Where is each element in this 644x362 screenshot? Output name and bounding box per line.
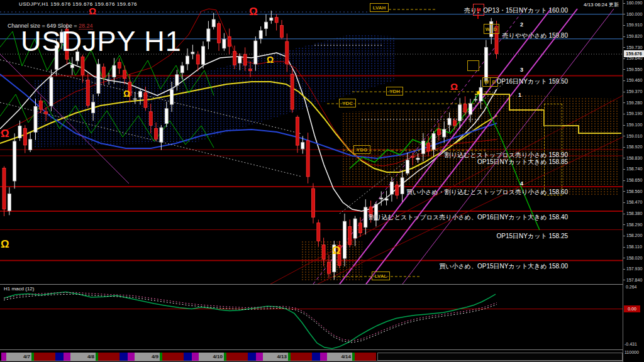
macd-plot[interactable] — [0, 284, 623, 349]
time-strip-segment — [162, 353, 184, 361]
time-strip-segment — [320, 353, 327, 361]
date-label: 4/14 — [341, 354, 351, 359]
time-strip-segment: 4/13 — [263, 353, 288, 361]
time-strip-segment — [248, 353, 256, 361]
time-strip-segment — [1, 353, 6, 361]
current-price-tag: 159.676 — [624, 50, 644, 57]
candle-body — [343, 221, 346, 258]
candle-body — [155, 128, 158, 139]
macd-signal2-line — [4, 292, 497, 341]
date-label: 4/9 — [152, 354, 158, 359]
price-tick-label: 158.470 — [623, 200, 644, 204]
candle-body — [358, 223, 362, 233]
candle-body — [291, 74, 294, 109]
candle-body — [469, 104, 472, 114]
candle-body — [437, 129, 440, 134]
candle-body — [29, 140, 32, 150]
time-strip-segment — [226, 353, 248, 361]
top-bar: USDJPY,H1 159.676 159.676 159.676 159.67… — [0, 0, 644, 8]
candle-body — [196, 55, 199, 64]
price-tick-label: 159.910 — [623, 23, 644, 27]
candle-body — [254, 41, 257, 64]
candle-body — [270, 18, 273, 20]
candle-body — [113, 65, 116, 77]
price-tick-label: 158.200 — [623, 233, 644, 238]
candle-body — [306, 141, 309, 177]
candle-body — [223, 40, 226, 48]
chart-title: USDJPY H1 — [21, 25, 182, 58]
time-strip-segment: 4/14 — [327, 353, 352, 361]
time-strip-segment: 4/8 — [70, 353, 96, 361]
candle-body — [139, 91, 142, 97]
candle-body — [317, 223, 320, 241]
macd-label: H1 macd (12) — [4, 286, 34, 292]
candle-body — [186, 56, 189, 64]
price-tick-label: 159.370 — [623, 89, 644, 94]
candle-body — [170, 89, 174, 104]
candle-body — [327, 262, 330, 273]
candle-body — [474, 99, 477, 100]
macd-zero-tag: 0.00 — [624, 305, 640, 312]
candle-body — [353, 219, 357, 238]
candle-body — [243, 55, 247, 65]
price-tick-label: 158.380 — [623, 211, 644, 216]
time-strip-segment — [98, 353, 119, 361]
time-strip-segment: 4/9 — [135, 353, 160, 361]
candle-body — [338, 246, 341, 266]
candle-body — [160, 128, 163, 142]
bottom-corner-label: 110000 — [625, 350, 639, 354]
window-bottom-line — [0, 361, 623, 361]
candle-body — [490, 21, 493, 36]
candle-body — [401, 178, 404, 194]
candle-body — [39, 101, 42, 109]
time-strip-empty — [377, 353, 623, 361]
price-tick-label: 159.550 — [623, 67, 644, 72]
date-label: 4/10 — [213, 354, 223, 359]
price-tick-label: 158.650 — [623, 178, 644, 182]
price-axis[interactable]: 160.090160.000159.910159.820159.730159.6… — [623, 0, 644, 362]
price-tick-label: 159.190 — [623, 111, 644, 116]
price-tick-label: 158.920 — [623, 145, 644, 149]
price-tick-label: 158.740 — [623, 167, 644, 171]
price-tick-label: 159.010 — [623, 134, 644, 138]
candle-body — [322, 245, 325, 259]
macd-signal-line — [4, 294, 497, 343]
price-tick-label: 160.090 — [623, 1, 644, 5]
candle-body — [453, 121, 456, 126]
candle-body — [280, 26, 283, 38]
price-tick-label: 157.930 — [623, 266, 644, 271]
time-strip-segment — [312, 353, 320, 361]
price-tick-label: 159.280 — [623, 101, 644, 105]
price-tick-label: 158.290 — [623, 222, 644, 227]
time-strip-segment — [34, 353, 55, 361]
candle-body — [128, 82, 131, 96]
candle-body — [180, 66, 184, 73]
price-tick-label: 158.560 — [623, 189, 644, 194]
candle-body — [364, 207, 367, 228]
candle-body — [108, 80, 111, 81]
candle-body — [443, 129, 446, 137]
candle-body — [202, 47, 205, 65]
candle-body — [311, 189, 314, 217]
candle-body — [495, 26, 498, 53]
candle-body — [165, 109, 168, 124]
date-label: 4/7 — [23, 354, 30, 359]
time-strip[interactable]: 4/74/84/94/104/134/14 — [1, 353, 376, 361]
candle-body — [92, 102, 95, 113]
macd-axis-max: 0.264 — [626, 285, 637, 289]
candle-body — [207, 29, 210, 41]
price-tick-label: 158.020 — [623, 256, 644, 260]
candle-body — [484, 47, 487, 81]
price-tick-label: 160.000 — [623, 12, 644, 16]
candle-body — [149, 112, 152, 126]
candle-body — [275, 18, 278, 23]
time-strip-segment — [291, 353, 312, 361]
candle-body — [102, 67, 105, 77]
candle-body — [50, 77, 53, 106]
time-strip-segment — [119, 353, 128, 361]
price-tick-label: 159.730 — [623, 45, 644, 50]
macd-axis-min: -0.431 — [625, 342, 637, 346]
candle-body — [380, 198, 383, 199]
date-label: 4/13 — [277, 354, 287, 359]
candle-body — [8, 194, 11, 211]
